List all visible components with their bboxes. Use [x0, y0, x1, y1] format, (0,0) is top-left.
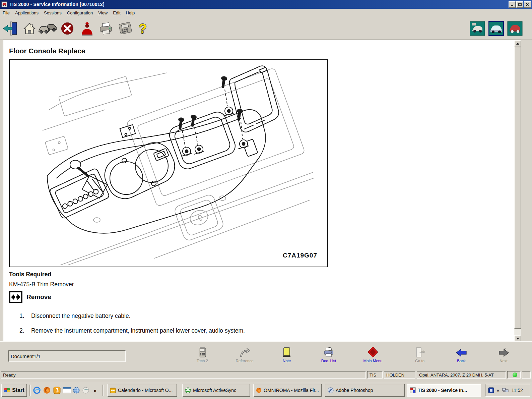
exit-icon [3, 21, 19, 36]
close-icon [526, 3, 529, 6]
step-2: 2. Remove the instrument compartment, in… [19, 327, 245, 334]
task-omniroma[interactable]: OMNIROMA - Mozilla Fir... [253, 384, 322, 397]
scroll-up-icon [516, 43, 519, 45]
document-field[interactable]: Document1/1 [8, 350, 126, 362]
window-title: TIS 2000 - Service Information [00710012… [9, 2, 105, 7]
tray-clock[interactable]: 11:52 [512, 388, 523, 393]
reference-label: Reference [236, 359, 253, 363]
task-calendario-label: Calendario - Microsoft O... [118, 388, 173, 393]
stop-button[interactable] [60, 20, 75, 37]
task-activesync-label: Microsoft ActiveSync [193, 388, 236, 393]
status-connection-panel [507, 371, 521, 379]
remove-heading: Remove [26, 293, 51, 301]
task-tis2000-active[interactable]: TIS 2000 - Service In... [407, 384, 481, 397]
network-icon[interactable] [502, 388, 509, 393]
status-dealer: HOLDEN [386, 373, 404, 378]
gray-right-arrow-icon [498, 348, 509, 358]
internet-explorer-icon [33, 386, 41, 394]
tray-chevron[interactable]: « [497, 388, 500, 393]
task-activesync[interactable]: Microsoft ActiveSync [182, 384, 250, 397]
note-label: Note [283, 359, 291, 363]
door-icon [414, 347, 425, 358]
tech2-nav-button[interactable]: Tech 2 [185, 344, 220, 368]
menu-sessions[interactable]: Sessions [41, 9, 64, 16]
tray-tis-icon[interactable] [488, 387, 494, 393]
help-icon: ? [139, 22, 147, 35]
figure-floor-console: C7A19G07 [9, 59, 328, 267]
reference-button[interactable]: Reference [227, 344, 262, 368]
vehicle-graphic-2-icon [488, 21, 504, 36]
vehicles-button[interactable] [38, 20, 58, 37]
scroll-down-button[interactable] [514, 335, 521, 342]
go-to-button[interactable]: Go to [402, 344, 437, 368]
vehicle-graphic-1-icon [470, 21, 485, 36]
step-1-text: Disconnect the negative battery cable. [31, 312, 131, 319]
start-button[interactable]: Start [1, 384, 27, 397]
help-button[interactable]: ? [135, 20, 150, 37]
show-desktop-icon [63, 387, 71, 394]
activesync-icon [185, 387, 191, 393]
quick-launch-orange-app[interactable] [52, 385, 62, 395]
yellow-note-icon [281, 347, 292, 358]
system-tray: « 11:52 [485, 384, 530, 397]
close-button[interactable] [524, 1, 531, 8]
quick-launch-show-desktop[interactable] [62, 385, 72, 395]
print-button[interactable] [98, 20, 115, 37]
back-button[interactable]: Back [444, 344, 479, 368]
stop-icon [61, 22, 74, 35]
scrollbar-thumb[interactable] [514, 47, 521, 329]
status-vehicle-panel: Opel, ANTARA, 2007, Z 20 DMH, 5-AT [417, 371, 506, 379]
screen: { "window": { "title": "TIS 2000 - Servi… [0, 0, 532, 399]
outlook-calendar-icon [110, 387, 116, 393]
quick-launch-internet-explorer[interactable] [32, 385, 42, 395]
quick-launch-globe[interactable] [72, 385, 81, 395]
menu-applications[interactable]: Applications [12, 9, 41, 16]
navigation-toolbar: Document1/1 Tech 2 Reference Note Doc. [0, 341, 532, 370]
quick-launch-browser[interactable] [81, 385, 90, 395]
note-button[interactable]: Note [269, 344, 304, 368]
main-menu-button[interactable]: Main Menu [355, 344, 390, 368]
quick-launch-overflow[interactable]: » [92, 385, 98, 395]
status-app-panel: TIS [367, 371, 383, 379]
task-photoshop[interactable]: Adobe Photoshop [325, 384, 405, 397]
maximize-button[interactable] [516, 1, 523, 8]
menu-view[interactable]: View [95, 9, 110, 16]
menu-edit[interactable]: Edit [110, 9, 123, 16]
status-message-panel: Ready [1, 371, 366, 379]
minimize-button[interactable] [509, 1, 516, 8]
firefox-task-icon [256, 387, 262, 393]
scroll-down-icon [516, 338, 519, 340]
overflow-chevron: » [94, 388, 96, 393]
status-message: Ready [3, 373, 16, 378]
doc-list-label: Doc. List [321, 359, 336, 363]
vehicle-graphic-button-3[interactable] [507, 20, 523, 37]
red-diamond-icon [368, 346, 378, 358]
vehicle-graphic-button-2[interactable] [488, 20, 505, 37]
scroll-up-button[interactable] [514, 40, 521, 47]
menu-help[interactable]: Help [123, 9, 138, 16]
doc-list-button[interactable]: Doc. List [311, 344, 346, 368]
menu-file[interactable]: File [0, 9, 12, 16]
orange-app-icon [53, 386, 61, 394]
globe-icon [72, 386, 80, 394]
print-icon [99, 22, 114, 35]
menu-configuration[interactable]: Configuration [64, 9, 95, 16]
main-toolbar: ? [0, 17, 532, 40]
vehicle-graphic-button-1[interactable] [469, 20, 486, 37]
step-1: 1. Disconnect the negative battery cable… [19, 312, 131, 320]
next-label: Next [500, 359, 508, 363]
quick-launch-firefox[interactable] [42, 385, 52, 395]
home-icon [23, 22, 36, 35]
exit-button[interactable] [2, 20, 19, 37]
remove-section-header: Remove [9, 291, 51, 303]
step-1-number: 1. [19, 312, 29, 320]
taskbar-separator-2 [103, 385, 104, 396]
task-calendario[interactable]: Calendario - Microsoft O... [107, 384, 177, 397]
vertical-scrollbar[interactable] [514, 40, 521, 342]
tech2-button[interactable] [117, 20, 134, 37]
user-button[interactable] [78, 20, 96, 37]
resize-grip[interactable] [522, 371, 531, 379]
next-button[interactable]: Next [486, 344, 521, 368]
status-dealer-panel: HOLDEN [384, 371, 415, 379]
home-button[interactable] [22, 20, 37, 37]
